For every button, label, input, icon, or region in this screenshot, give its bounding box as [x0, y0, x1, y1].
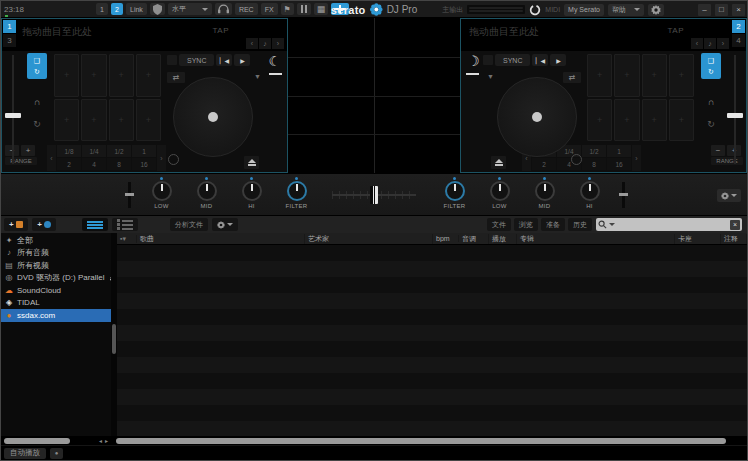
loop-size-button[interactable]: 1/4 [82, 145, 106, 157]
cue-previous-icon[interactable]: ▏◀ [532, 54, 548, 66]
list-view-button[interactable] [112, 218, 138, 231]
mini-fader[interactable] [466, 73, 479, 75]
deck-left-number-1[interactable]: 1 [3, 20, 16, 33]
loop-double-icon[interactable]: › [632, 145, 641, 171]
performance-pad[interactable]: + [54, 54, 79, 97]
column-header-专辑[interactable]: 专辑 [517, 234, 675, 244]
loop-size-button[interactable]: 16 [132, 158, 156, 170]
deck-right-number-4[interactable]: 4 [732, 34, 745, 47]
range-plus-button[interactable]: + [21, 145, 35, 156]
headphone-cue-icon[interactable]: ∩ [708, 97, 715, 107]
scroll-left-icon[interactable]: ◂ [99, 437, 102, 444]
fx-button[interactable]: FX [261, 3, 278, 15]
my-serato-button[interactable]: My Serato [564, 4, 604, 16]
prev-track-icon[interactable]: ‹ [246, 38, 258, 49]
analyze-files-button[interactable]: 分析文件 [170, 218, 208, 231]
column-header-卡座[interactable]: 卡座 [675, 234, 721, 244]
scrollbar-thumb[interactable] [112, 324, 116, 354]
performance-pad[interactable]: + [669, 54, 694, 97]
pitch-fader[interactable] [2, 51, 24, 144]
deck-count-1-button[interactable]: 1 [96, 3, 108, 15]
sidebar-item-ssdax.com[interactable]: ●ssdax.com [1, 309, 111, 322]
loop-size-button[interactable]: 1 [132, 145, 156, 157]
hi-knob[interactable] [580, 181, 600, 201]
low-knob[interactable] [490, 181, 510, 201]
loop-double-icon[interactable]: › [157, 145, 166, 171]
beatjump-icon[interactable]: ⇄ [167, 72, 185, 83]
filter-knob[interactable] [287, 181, 307, 201]
column-header-播放[interactable]: 播放 [489, 234, 517, 244]
pad-mode-selector[interactable]: ❑↻ [27, 53, 47, 79]
performance-pad[interactable]: + [614, 54, 639, 97]
search-input[interactable] [617, 220, 728, 229]
horizontal-view-button[interactable] [82, 218, 108, 231]
link-button[interactable]: Link [126, 3, 147, 15]
headphone-cue-icon[interactable]: ∩ [34, 97, 41, 107]
settings-gear-icon[interactable] [648, 4, 664, 16]
performance-pad[interactable]: + [642, 54, 667, 97]
performance-pad[interactable]: + [81, 54, 106, 97]
loop-mode-icon[interactable]: ↻ [34, 68, 40, 75]
panel-button-文件[interactable]: 文件 [487, 218, 511, 231]
loop-size-button[interactable]: 16 [607, 158, 631, 170]
eject-button[interactable] [244, 156, 259, 169]
loop-halve-icon[interactable]: ‹ [47, 145, 56, 171]
sidebar-item-所有视频[interactable]: ▤所有视频 [1, 259, 111, 272]
sidebar-horizontal-scrollbar[interactable] [2, 438, 96, 444]
mini-fader[interactable] [269, 73, 282, 75]
autoloop-icon[interactable]: ↻ [33, 119, 41, 129]
cue-previous-icon[interactable]: ▏◀ [216, 54, 232, 66]
loop-size-button[interactable]: 2 [57, 158, 81, 170]
filter-funnel-icon[interactable]: ▼ [487, 73, 494, 80]
autoloop-icon[interactable]: ↻ [707, 119, 715, 129]
grid-view-icon[interactable]: ▦ [314, 3, 329, 15]
deck-count-2-button[interactable]: 2 [111, 3, 123, 15]
add-crate-button[interactable]: + [4, 218, 28, 231]
off-button[interactable] [483, 55, 493, 65]
loop-size-button[interactable]: 4 [82, 158, 106, 170]
loop-size-button[interactable]: 1/2 [107, 145, 131, 157]
mixer-settings-dropdown[interactable] [717, 189, 741, 202]
sampler-panel-icon[interactable] [297, 3, 311, 15]
panel-button-准备[interactable]: 准备 [541, 218, 565, 231]
jog-wheel[interactable] [173, 77, 253, 157]
analyze-settings-dropdown[interactable] [212, 218, 238, 231]
restore-button[interactable]: □ [715, 4, 728, 16]
hotcue-mode-icon[interactable]: ❑ [708, 57, 714, 64]
tap-tempo-button[interactable]: TAP [668, 26, 684, 35]
pitch-fader[interactable] [724, 51, 746, 144]
status-column-header[interactable]: ▪▾ [117, 235, 137, 243]
next-track-icon[interactable]: › [272, 38, 284, 49]
scrollbar-thumb[interactable] [116, 438, 726, 444]
tap-tempo-button[interactable]: TAP [213, 26, 229, 35]
display-mode-dropdown[interactable]: 水平 [168, 3, 212, 15]
sync-button[interactable]: SYNC [179, 54, 214, 66]
performance-pad[interactable]: + [587, 99, 612, 142]
help-dropdown[interactable]: 帮助 [608, 4, 644, 16]
play-icon[interactable]: ▶ [234, 54, 250, 66]
beatjump-icon[interactable]: ⇄ [563, 72, 581, 83]
loop-size-button[interactable]: 1 [607, 145, 631, 157]
eject-button[interactable] [491, 156, 506, 169]
close-button[interactable]: × [732, 4, 745, 16]
performance-pad[interactable]: + [669, 99, 694, 142]
loop-size-button[interactable]: 2 [532, 158, 556, 170]
performance-pad[interactable]: + [614, 99, 639, 142]
column-header-歌曲[interactable]: 歌曲 [137, 234, 305, 244]
sync-button[interactable]: SYNC [495, 54, 530, 66]
column-header-注释[interactable]: 注释 [721, 234, 747, 244]
rec-button[interactable]: REC [235, 3, 258, 15]
loop-size-button[interactable]: 1/2 [582, 145, 606, 157]
deck-left-number-3[interactable]: 3 [3, 34, 16, 47]
next-track-icon[interactable]: › [717, 38, 729, 49]
jog-wheel[interactable] [497, 77, 577, 157]
slip-indicator-icon[interactable] [571, 154, 582, 165]
mid-knob[interactable] [535, 181, 555, 201]
performance-pad[interactable]: + [109, 54, 134, 97]
status-options-button[interactable]: ● [50, 448, 63, 459]
crossfader-handle[interactable] [370, 186, 378, 204]
column-header-音调[interactable]: 音调 [459, 234, 489, 244]
performance-pad[interactable]: + [587, 54, 612, 97]
channel-fader-left[interactable] [128, 182, 131, 208]
performance-pad[interactable]: + [54, 99, 79, 142]
